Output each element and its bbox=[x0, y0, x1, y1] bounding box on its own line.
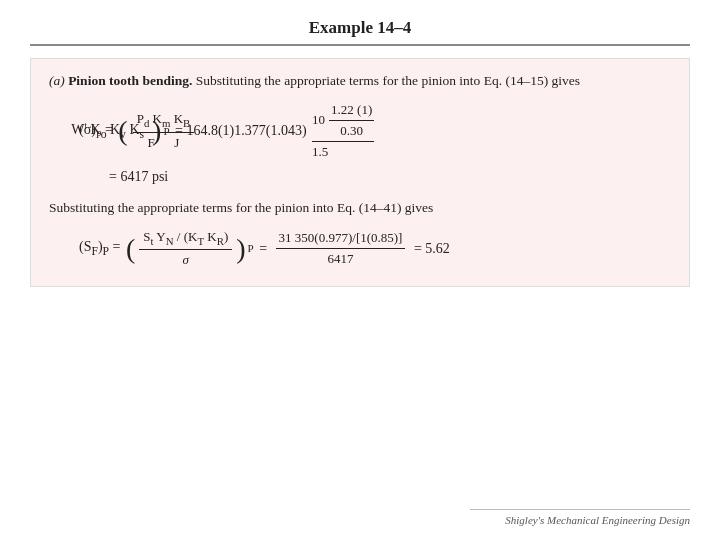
page: Example 14–4 (a) Pinion tooth bending. S… bbox=[0, 0, 720, 540]
footer: Shigley's Mechanical Engineering Design bbox=[470, 509, 690, 526]
rhs-den1: 1.5 bbox=[312, 142, 328, 162]
content-area: (a) Pinion tooth bending. Substituting t… bbox=[30, 58, 690, 287]
rhs-fractions: 10 1.22 (1) 0.30 1.5 bbox=[312, 100, 374, 162]
section-a-heading: Pinion tooth bending. bbox=[68, 73, 192, 88]
section-a-label: (a) bbox=[49, 73, 68, 88]
subscript-p-a: P bbox=[163, 123, 169, 140]
rhs-b-frac: 31 350(0.977)/[1(0.85)] 6417 bbox=[276, 228, 406, 269]
equals-b: = bbox=[256, 238, 271, 260]
result-a: = 6417 psi bbox=[109, 166, 671, 188]
big-paren-b-open: ( bbox=[126, 235, 135, 263]
section-b-text: Substituting the appropriate terms for t… bbox=[49, 200, 433, 215]
terms-word: terms bbox=[349, 73, 379, 88]
subscript-p-b: P bbox=[248, 240, 254, 257]
result-a-text: = 6417 psi bbox=[109, 169, 168, 184]
big-paren-b-close: ) bbox=[236, 235, 245, 263]
page-title: Example 14–4 bbox=[309, 18, 411, 37]
section-b: Substituting the appropriate terms for t… bbox=[49, 198, 671, 270]
sf-inner-frac: St YN / (KT KR) σ bbox=[139, 227, 232, 271]
section-a: (a) Pinion tooth bending. Substituting t… bbox=[49, 71, 671, 188]
footer-text: Shigley's Mechanical Engineering Design bbox=[505, 514, 690, 526]
rhs-num2-frac: 1.22 (1) 0.30 bbox=[329, 100, 374, 141]
rhs-num1: 10 bbox=[312, 110, 325, 130]
big-paren-close: ) bbox=[152, 117, 161, 145]
equation-a: (σ)P = ( Pd Km KB F J Wt Ko Kv Ks ) bbox=[79, 100, 671, 162]
title-bar: Example 14–4 bbox=[30, 18, 690, 46]
section-a-text1: Substituting the appropriate terms for t… bbox=[196, 73, 580, 88]
sf-lhs: (SF)P = bbox=[79, 236, 124, 261]
wt-factors-label: Wt Ko Kv Ks bbox=[71, 119, 144, 144]
rhs-b-result: = 5.62 bbox=[410, 238, 449, 260]
equals-num: = 164.8(1)1.377(1.043) bbox=[172, 120, 311, 142]
equation-b: (SF)P = ( St YN / (KT KR) σ ) P = 31 35 bbox=[79, 227, 671, 271]
